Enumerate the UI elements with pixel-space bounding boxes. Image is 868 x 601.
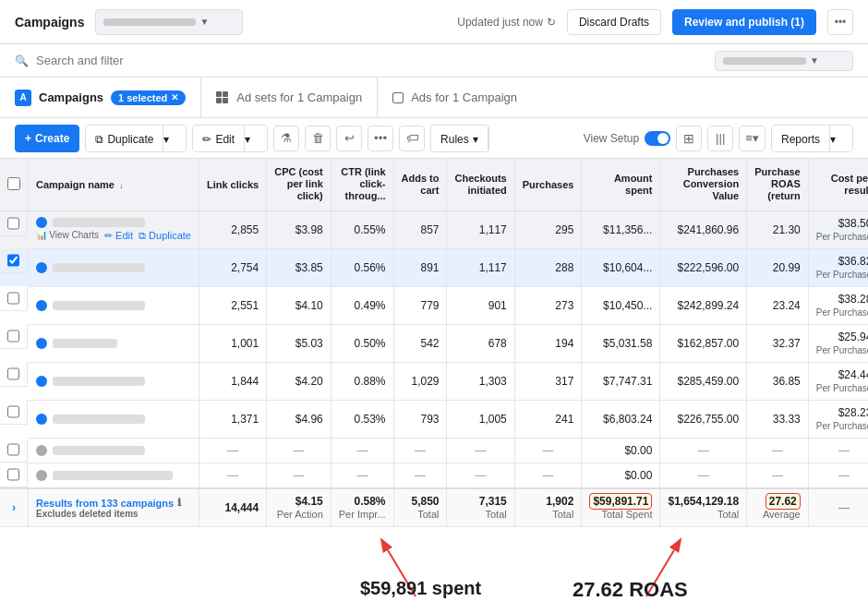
- th-adds-to-cart[interactable]: Adds to cart: [393, 159, 447, 210]
- totals-checkouts: 7,315 Total: [447, 488, 514, 527]
- th-campaign-name[interactable]: Campaign name ↓: [29, 159, 199, 210]
- link-clicks-cell: 2,551: [199, 286, 266, 324]
- totals-link-clicks: 14,444: [199, 488, 266, 527]
- totals-ctr: 0.58% Per Impr...: [331, 488, 393, 527]
- row-checkbox[interactable]: [7, 217, 19, 230]
- th-ctr[interactable]: CTR (link click- throug...: [331, 159, 393, 210]
- reports-button[interactable]: Reports: [772, 126, 830, 152]
- select-all-checkbox[interactable]: [7, 177, 20, 190]
- rules-button[interactable]: Rules ▾: [431, 126, 488, 152]
- link-clicks-cell: —: [199, 463, 266, 488]
- th-amount-spent[interactable]: Amount spent: [582, 159, 660, 210]
- row-checkbox[interactable]: [7, 292, 19, 305]
- totals-conv-value: $1,654,129.18 Total: [660, 488, 747, 527]
- refresh-icon[interactable]: ↻: [547, 16, 556, 29]
- science-button[interactable]: ⚗: [273, 126, 299, 151]
- more-actions-button[interactable]: •••: [368, 126, 393, 151]
- th-purchases[interactable]: Purchases: [514, 159, 582, 210]
- view-setup-toggle[interactable]: [645, 131, 670, 146]
- status-indicator: [36, 300, 47, 311]
- checkouts-cell: 678: [447, 324, 514, 362]
- review-publish-button[interactable]: Review and publish (1): [672, 9, 816, 35]
- campaign-name-blurred: [53, 339, 117, 348]
- row-checkbox[interactable]: [7, 443, 19, 456]
- delete-button[interactable]: 🗑: [305, 126, 331, 151]
- table-row[interactable]: 1,371 $4.96 0.53% 793 1,005 241 $6,803.2…: [0, 400, 868, 438]
- campaign-name-blurred: [53, 446, 145, 455]
- tag-icon: 🏷: [406, 131, 418, 145]
- columns-button[interactable]: |||: [707, 126, 733, 151]
- clear-selection-button[interactable]: ✕: [171, 92, 178, 102]
- expand-icon[interactable]: ›: [12, 501, 16, 514]
- conv-value-cell: —: [660, 438, 747, 463]
- checkouts-cell: 901: [447, 286, 514, 324]
- roas-cell: 21.30: [747, 210, 809, 248]
- campaign-selector[interactable]: ▼: [95, 9, 243, 35]
- totals-row: › Results from 133 campaigns ℹ Excludes …: [0, 488, 868, 527]
- checkouts-cell: —: [447, 438, 514, 463]
- tag-button[interactable]: 🏷: [399, 126, 425, 151]
- create-button[interactable]: + Create: [15, 125, 79, 152]
- checkouts-cell: 1,005: [447, 400, 514, 438]
- purchases-cell: —: [514, 438, 582, 463]
- row-checkbox[interactable]: [7, 254, 19, 267]
- th-conv-value[interactable]: Purchases Conversion Value: [660, 159, 747, 210]
- campaign-name-cell: 📊 View Charts ✏ Edit ⧉ Duplicate: [29, 210, 199, 248]
- duplicate-button[interactable]: ⧉ Duplicate: [86, 126, 163, 152]
- row-checkbox[interactable]: [7, 367, 19, 380]
- duplicate-dropdown-button[interactable]: ▾: [163, 126, 186, 152]
- table-row[interactable]: — — — — — — $0.00 — — —: [0, 463, 868, 488]
- table-row[interactable]: 2,754 $3.85 0.56% 891 1,117 288 $10,604.…: [0, 248, 868, 286]
- totals-amount-spent: $59,891.71 Total Spent: [582, 488, 660, 527]
- conv-value-cell: $241,860.96: [660, 210, 747, 248]
- th-link-clicks[interactable]: Link clicks: [199, 159, 266, 210]
- more-actions-icon: •••: [374, 131, 387, 145]
- campaign-name-cell: [29, 463, 199, 488]
- edit-button[interactable]: ✏ Edit: [193, 126, 245, 152]
- th-roas[interactable]: Purchase ROAS (return: [747, 159, 809, 210]
- science-icon: ⚗: [281, 131, 292, 145]
- settings-button[interactable]: ≡ ▾: [739, 126, 766, 151]
- grid-view-button[interactable]: ⊞: [676, 126, 702, 151]
- campaign-name-blurred: [53, 415, 145, 424]
- undo-button[interactable]: ↩: [336, 126, 362, 151]
- th-cpc[interactable]: CPC (cost per link click): [267, 159, 332, 210]
- roas-cell: 20.99: [747, 248, 809, 286]
- th-select-all[interactable]: [0, 159, 29, 210]
- link-clicks-cell: —: [199, 438, 266, 463]
- row-checkbox[interactable]: [7, 468, 19, 481]
- row-checkbox[interactable]: [7, 405, 19, 418]
- search-input[interactable]: [36, 54, 707, 67]
- results-expand[interactable]: Results from 133 campaigns ℹ: [36, 497, 191, 509]
- campaign-name-cell: [29, 400, 199, 438]
- adsets-panel[interactable]: Ad sets for 1 Campaign: [201, 78, 378, 117]
- edit-dropdown-button[interactable]: ▾: [245, 126, 267, 152]
- duplicate-link[interactable]: ⧉ Duplicate: [139, 230, 191, 242]
- reports-dropdown-button[interactable]: ▾: [830, 126, 852, 152]
- campaigns-panel: A Campaigns 1 selected ✕: [15, 78, 201, 117]
- row-checkbox[interactable]: [7, 330, 19, 343]
- th-cost-per-result[interactable]: Cost per result: [808, 159, 868, 210]
- table-row[interactable]: 1,001 $5.03 0.50% 542 678 194 $5,031.58 …: [0, 324, 868, 362]
- more-options-button[interactable]: •••: [827, 9, 853, 35]
- ctr-cell: 0.49%: [331, 286, 393, 324]
- conv-value-cell: $162,857.00: [660, 324, 747, 362]
- totals-expand-cell[interactable]: ›: [0, 488, 29, 527]
- campaign-name-blurred: [53, 301, 145, 310]
- link-clicks-cell: 1,001: [199, 324, 266, 362]
- discard-drafts-button[interactable]: Discard Drafts: [567, 9, 661, 35]
- edit-link[interactable]: ✏ Edit: [104, 230, 133, 242]
- link-clicks-cell: 2,754: [199, 248, 266, 286]
- table-row[interactable]: — — — — — — $0.00 — — —: [0, 438, 868, 463]
- roas-cell: —: [747, 438, 809, 463]
- adsets-label: Ad sets for 1 Campaign: [236, 90, 362, 104]
- search-row: 🔍 ▼: [0, 44, 868, 78]
- th-checkouts[interactable]: Checkouts initiated: [447, 159, 514, 210]
- purchases-cell: 194: [514, 324, 582, 362]
- ctr-cell: 0.53%: [331, 400, 393, 438]
- ads-panel[interactable]: Ads for 1 Campaign: [378, 78, 853, 117]
- table-row[interactable]: 2,551 $4.10 0.49% 779 901 273 $10,450...…: [0, 286, 868, 324]
- table-row[interactable]: 📊 View Charts ✏ Edit ⧉ Duplicate 2,855 $…: [0, 210, 868, 248]
- table-row[interactable]: 1,844 $4.20 0.88% 1,029 1,303 317 $7,747…: [0, 362, 868, 400]
- conv-value-cell: $242,899.24: [660, 286, 747, 324]
